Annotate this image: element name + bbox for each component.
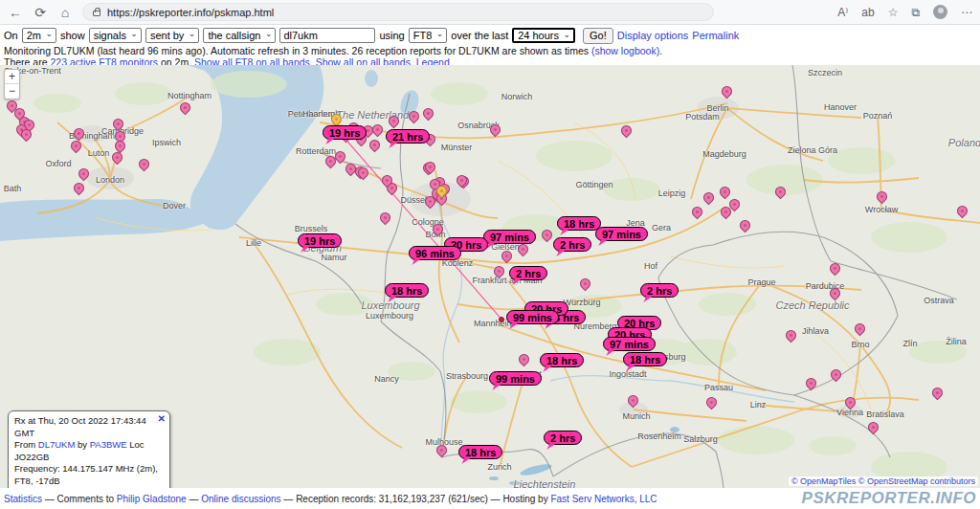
- refresh-icon[interactable]: ⟳: [33, 6, 48, 19]
- collections-icon[interactable]: ⧉: [911, 7, 920, 18]
- map[interactable]: Stoke-on-TrentNottinghamPeterboroughNorw…: [0, 65, 980, 488]
- reception-time-balloon[interactable]: 96 mins: [409, 246, 461, 260]
- reception-time-balloon[interactable]: 2 hrs: [509, 266, 547, 280]
- reception-time-balloon[interactable]: 18 hrs: [623, 352, 667, 366]
- by-callsign-link[interactable]: PA3BWE: [90, 439, 127, 450]
- reception-time-balloon[interactable]: 2 hrs: [640, 283, 679, 298]
- mode-select[interactable]: FT8: [409, 28, 448, 43]
- band-select[interactable]: 2m: [22, 28, 56, 43]
- zoom-in-button[interactable]: +: [5, 70, 19, 84]
- entity-select[interactable]: the callsign: [203, 28, 276, 43]
- online-discussions-link[interactable]: Online discussions: [201, 494, 280, 504]
- what-select[interactable]: signals: [89, 28, 142, 43]
- reception-time-balloon[interactable]: 18 hrs: [540, 353, 584, 367]
- status-area: Monitoring DL7UKM (last heard 96 mins ag…: [0, 44, 980, 67]
- reception-time-balloon[interactable]: 19 hrs: [323, 125, 367, 140]
- show-label: show: [60, 30, 85, 41]
- reception-report-popup: ✕ Rx at Thu, 20 Oct 2022 17:43:44 GMT Fr…: [8, 410, 170, 488]
- address-bar[interactable]: https://pskreporter.info/pskmap.html: [82, 3, 714, 21]
- from-callsign-link[interactable]: DL7UKM: [38, 439, 76, 450]
- status-line-1: Monitoring DL7UKM (last heard 96 mins ag…: [4, 45, 976, 56]
- reception-time-balloon[interactable]: 97 mins: [595, 227, 648, 241]
- display-options-link[interactable]: Display options: [617, 30, 689, 41]
- reception-time-balloon[interactable]: 2 hrs: [553, 237, 591, 252]
- on-label: On: [4, 30, 18, 41]
- url-text[interactable]: https://pskreporter.info/pskmap.html: [107, 7, 274, 18]
- popup-close-icon[interactable]: ✕: [158, 413, 166, 426]
- popup-from-line: From DL7UKM by PA3BWE Loc JO22GB: [14, 439, 164, 463]
- using-label: using: [379, 30, 404, 41]
- direction-select[interactable]: sent by: [145, 28, 199, 43]
- reception-time-balloon[interactable]: 97 mins: [603, 337, 656, 351]
- show-logbook-link[interactable]: (show logbook): [591, 45, 659, 56]
- pskreporter-watermark: PSKREPORTER.INFO: [802, 489, 976, 508]
- popup-rx-time: Rx at Thu, 20 Oct 2022 17:43:44 GMT: [14, 415, 164, 439]
- reception-time-balloon[interactable]: 18 hrs: [385, 283, 429, 298]
- go-button[interactable]: Go!: [583, 28, 613, 44]
- period-select[interactable]: 24 hours: [512, 28, 575, 43]
- query-controls: On 2m show signals sent by the callsign …: [0, 27, 980, 44]
- profile-avatar[interactable]: [933, 5, 947, 19]
- map-attribution: © OpenMapTiles © OpenStreetMap contribut…: [789, 476, 978, 486]
- zoom-out-button[interactable]: −: [5, 84, 19, 99]
- reception-time-balloon[interactable]: 97 mins: [483, 230, 536, 244]
- reception-time-balloon[interactable]: 2 hrs: [544, 431, 582, 445]
- callsign-input[interactable]: [279, 28, 375, 43]
- reception-time-balloon[interactable]: 19 hrs: [298, 233, 342, 248]
- reception-time-balloon[interactable]: 21 hrs: [386, 129, 430, 144]
- read-aloud-icon[interactable]: A⁾: [837, 7, 848, 18]
- browser-toolbar: ← ⟳ ⌂ https://pskreporter.info/pskmap.ht…: [0, 0, 980, 25]
- page-footer: Statistics — Comments to Philip Gladston…: [0, 488, 980, 509]
- philip-gladstone-link[interactable]: Philip Gladstone: [117, 494, 187, 504]
- reception-time-balloon[interactable]: 99 mins: [506, 310, 559, 324]
- translate-icon[interactable]: ab: [861, 7, 874, 18]
- hosting-link[interactable]: Fast Serv Networks, LLC: [550, 494, 657, 504]
- favorites-icon[interactable]: ☆: [888, 7, 899, 18]
- permalink-link[interactable]: Permalink: [692, 30, 739, 41]
- home-icon[interactable]: ⌂: [57, 6, 73, 19]
- over-label: over the last: [451, 30, 508, 41]
- lock-icon: [93, 11, 100, 16]
- statistics-link[interactable]: Statistics: [4, 494, 42, 504]
- back-icon[interactable]: ←: [8, 6, 23, 19]
- reception-time-balloon[interactable]: 18 hrs: [458, 445, 502, 459]
- reception-time-balloon[interactable]: 18 hrs: [557, 216, 601, 231]
- openstreetmap-link[interactable]: © OpenStreetMap contributors: [858, 476, 975, 486]
- browser-menu-icon[interactable]: ⋯: [961, 7, 972, 18]
- openmaptiles-link[interactable]: © OpenMapTiles: [791, 476, 856, 486]
- popup-frequency: Frequency: 144.175.147 MHz (2m), FT8, -1…: [14, 463, 164, 487]
- reception-time-balloon[interactable]: 99 mins: [489, 371, 542, 386]
- map-zoom-control: + −: [4, 69, 20, 100]
